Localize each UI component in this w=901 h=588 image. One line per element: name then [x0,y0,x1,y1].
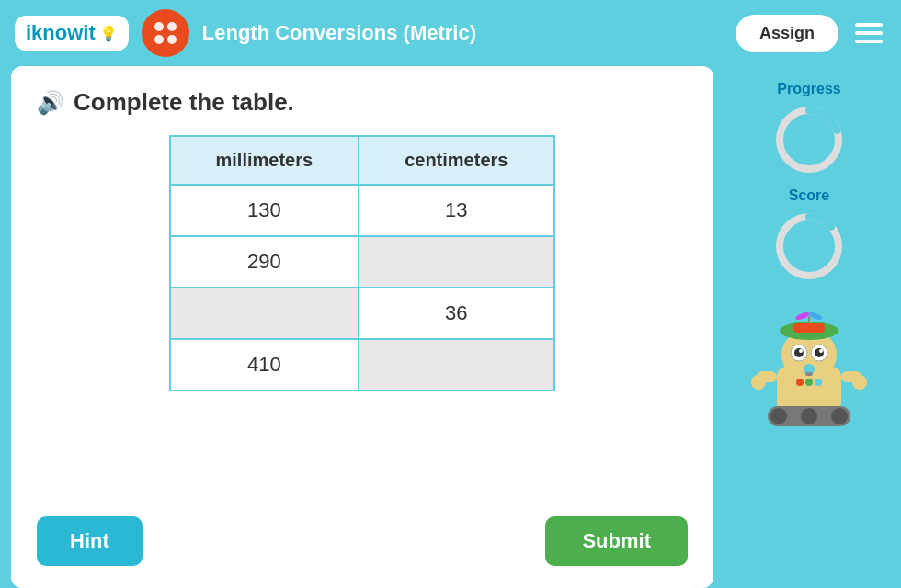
progress-label: Progress [777,81,840,97]
row-0-col1: 130 [170,185,359,236]
main-content: 🔊 Complete the table. millimeters centim… [0,66,901,588]
svg-point-14 [807,311,823,321]
progress-circle: 3/15 [772,103,846,176]
bottom-bar: Hint Submit [37,502,688,566]
score-label: Score [789,187,829,204]
svg-rect-22 [805,372,813,376]
svg-point-0 [154,22,164,31]
score-circle: 2 [772,209,846,283]
hint-button[interactable]: Hint [37,516,143,566]
hamburger-line-2 [855,31,883,35]
question-text: Complete the table. [74,88,294,117]
svg-point-2 [154,35,164,44]
header: iknowit 💡 Length Conversions (Metric) As… [0,0,901,66]
svg-point-13 [794,311,810,321]
score-section: Score 2 [772,187,846,283]
bulb-icon: 💡 [99,25,118,42]
row-1-col2 [359,236,554,288]
svg-point-32 [805,379,813,386]
progress-section: Progress 3/15 [772,81,846,176]
assign-button[interactable]: Assign [736,15,838,52]
svg-point-1 [167,22,177,31]
table-header-row: millimeters centimeters [170,136,554,185]
svg-point-26 [852,375,867,390]
hamburger-button[interactable] [851,19,886,47]
col1-header: millimeters [170,136,359,185]
svg-point-31 [796,379,804,386]
table-row: 13013 [170,185,554,236]
conversion-table: millimeters centimeters 1301329036410 [169,135,555,391]
film-svg [149,17,182,50]
svg-point-17 [794,348,804,357]
left-panel: 🔊 Complete the table. millimeters centim… [11,66,713,588]
lesson-title: Length Conversions (Metric) [202,21,723,45]
svg-point-29 [801,408,817,424]
svg-point-33 [815,379,822,386]
svg-rect-11 [793,323,825,333]
mascot [749,298,869,426]
table-row: 410 [170,339,554,390]
svg-point-28 [770,408,787,424]
row-3-col2 [359,339,554,390]
question-header: 🔊 Complete the table. [37,88,688,117]
logo-text: iknowit [26,21,96,45]
submit-button[interactable]: Submit [545,516,688,566]
row-2-col2: 36 [359,288,554,339]
progress-value: 3/15 [795,132,822,148]
col2-header: centimeters [359,136,554,185]
film-icon [142,9,189,57]
hamburger-line-1 [855,23,883,27]
table-row: 290 [170,236,554,288]
row-3-col1: 410 [170,339,359,390]
row-2-col1 [170,288,359,339]
svg-point-19 [799,349,803,353]
table-row: 36 [170,288,554,339]
row-1-col1: 290 [170,236,359,288]
svg-point-3 [167,35,177,44]
svg-point-18 [815,348,824,357]
logo[interactable]: iknowit 💡 [15,16,129,51]
score-value: 2 [805,239,813,254]
svg-point-30 [831,408,848,424]
row-0-col2: 13 [359,185,554,236]
svg-point-25 [751,375,766,390]
right-panel: Progress 3/15 Score 2 [717,66,901,588]
sound-icon[interactable]: 🔊 [37,90,64,116]
nav-arrow-icon[interactable]: ⊙ [865,437,886,468]
svg-point-20 [819,349,823,353]
hamburger-line-3 [855,40,883,43]
